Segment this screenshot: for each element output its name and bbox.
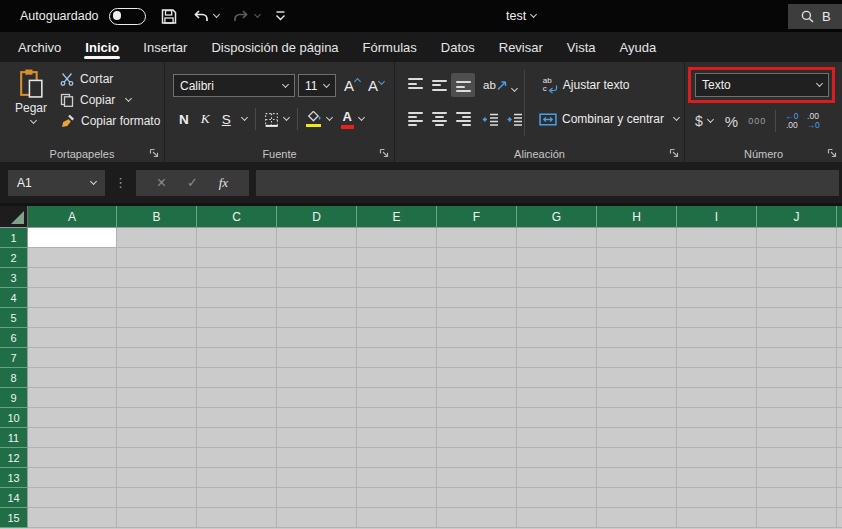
cell-E2[interactable] (357, 248, 437, 268)
align-center-button[interactable] (427, 107, 451, 131)
cell-F4[interactable] (437, 288, 517, 308)
cell-D15[interactable] (277, 508, 357, 528)
cell-H1[interactable] (597, 228, 677, 248)
enter-button[interactable]: ✓ (187, 175, 198, 190)
cell-F10[interactable] (437, 408, 517, 428)
row-header-9[interactable]: 9 (0, 388, 28, 408)
cell-E9[interactable] (357, 388, 437, 408)
cell-H3[interactable] (597, 268, 677, 288)
cell-D11[interactable] (277, 428, 357, 448)
copy-button[interactable]: Copiar (60, 93, 160, 107)
row-header-11[interactable]: 11 (0, 428, 28, 448)
cell-C4[interactable] (197, 288, 277, 308)
cell-A10[interactable] (28, 408, 117, 428)
cell-J14[interactable] (757, 488, 837, 508)
merge-center-button[interactable]: Combinar y centrar (539, 112, 679, 126)
cell-partial[interactable] (837, 388, 842, 408)
cell-H13[interactable] (597, 468, 677, 488)
currency-dropdown-icon[interactable] (707, 116, 714, 123)
cell-D13[interactable] (277, 468, 357, 488)
cell-B10[interactable] (117, 408, 197, 428)
cell-J2[interactable] (757, 248, 837, 268)
underline-button[interactable]: S (216, 112, 237, 127)
cell-D1[interactable] (277, 228, 357, 248)
cell-A9[interactable] (28, 388, 117, 408)
cell-D10[interactable] (277, 408, 357, 428)
cell-D2[interactable] (277, 248, 357, 268)
cell-J11[interactable] (757, 428, 837, 448)
redo-button[interactable] (233, 9, 260, 23)
borders-button[interactable] (264, 112, 289, 127)
tab-revisar[interactable]: Revisar (487, 32, 555, 62)
cell-H12[interactable] (597, 448, 677, 468)
decrease-font-size-button[interactable]: A (368, 77, 384, 94)
cell-C15[interactable] (197, 508, 277, 528)
cancel-button[interactable]: × (157, 174, 166, 192)
cell-J7[interactable] (757, 348, 837, 368)
fill-color-button[interactable] (306, 111, 332, 128)
undo-dropdown-icon[interactable] (213, 11, 220, 18)
cell-E11[interactable] (357, 428, 437, 448)
undo-button[interactable] (192, 9, 219, 23)
align-top-button[interactable] (403, 73, 427, 97)
column-header-B[interactable]: B (117, 206, 197, 228)
formula-input[interactable] (256, 170, 839, 196)
cell-C2[interactable] (197, 248, 277, 268)
column-header-J[interactable]: J (757, 206, 837, 228)
column-header-C[interactable]: C (197, 206, 277, 228)
cell-C9[interactable] (197, 388, 277, 408)
tab-vista[interactable]: Vista (555, 32, 608, 62)
cell-C10[interactable] (197, 408, 277, 428)
tab-insertar[interactable]: Insertar (131, 32, 199, 62)
cell-F13[interactable] (437, 468, 517, 488)
orientation-dropdown-icon[interactable] (511, 85, 518, 92)
cell-partial[interactable] (837, 408, 842, 428)
cell-J8[interactable] (757, 368, 837, 388)
customize-quick-access-button[interactable] (274, 10, 287, 22)
cell-G14[interactable] (517, 488, 597, 508)
tab-disposicion[interactable]: Disposición de página (199, 32, 350, 62)
cell-A11[interactable] (28, 428, 117, 448)
paste-dropdown-icon[interactable] (30, 117, 37, 124)
tab-archivo[interactable]: Archivo (6, 32, 73, 62)
currency-format-button[interactable]: $ (695, 113, 703, 129)
row-header-2[interactable]: 2 (0, 248, 28, 268)
cell-C3[interactable] (197, 268, 277, 288)
cell-partial[interactable] (837, 348, 842, 368)
column-header-A[interactable]: A (28, 206, 117, 228)
cell-I7[interactable] (677, 348, 757, 368)
cell-B1[interactable] (117, 228, 197, 248)
cell-A7[interactable] (28, 348, 117, 368)
format-painter-button[interactable]: Copiar formato (60, 114, 160, 128)
cell-G10[interactable] (517, 408, 597, 428)
cell-C7[interactable] (197, 348, 277, 368)
cell-D3[interactable] (277, 268, 357, 288)
cell-B6[interactable] (117, 328, 197, 348)
cell-I8[interactable] (677, 368, 757, 388)
cell-C1[interactable] (197, 228, 277, 248)
cell-J10[interactable] (757, 408, 837, 428)
tab-ayuda[interactable]: Ayuda (608, 32, 669, 62)
cell-A5[interactable] (28, 308, 117, 328)
cell-C6[interactable] (197, 328, 277, 348)
cell-A4[interactable] (28, 288, 117, 308)
cell-partial[interactable] (837, 268, 842, 288)
cell-A13[interactable] (28, 468, 117, 488)
cell-F5[interactable] (437, 308, 517, 328)
cell-J5[interactable] (757, 308, 837, 328)
cell-E3[interactable] (357, 268, 437, 288)
cell-I10[interactable] (677, 408, 757, 428)
cell-B5[interactable] (117, 308, 197, 328)
insert-function-button[interactable]: fx (219, 175, 228, 191)
cell-B12[interactable] (117, 448, 197, 468)
cell-partial[interactable] (837, 508, 842, 528)
orientation-button[interactable]: ab (483, 79, 517, 91)
cell-D7[interactable] (277, 348, 357, 368)
cell-H4[interactable] (597, 288, 677, 308)
font-size-combobox[interactable]: 11 (298, 74, 336, 97)
cell-J12[interactable] (757, 448, 837, 468)
cell-A3[interactable] (28, 268, 117, 288)
cell-A2[interactable] (28, 248, 117, 268)
cell-H5[interactable] (597, 308, 677, 328)
cell-E8[interactable] (357, 368, 437, 388)
